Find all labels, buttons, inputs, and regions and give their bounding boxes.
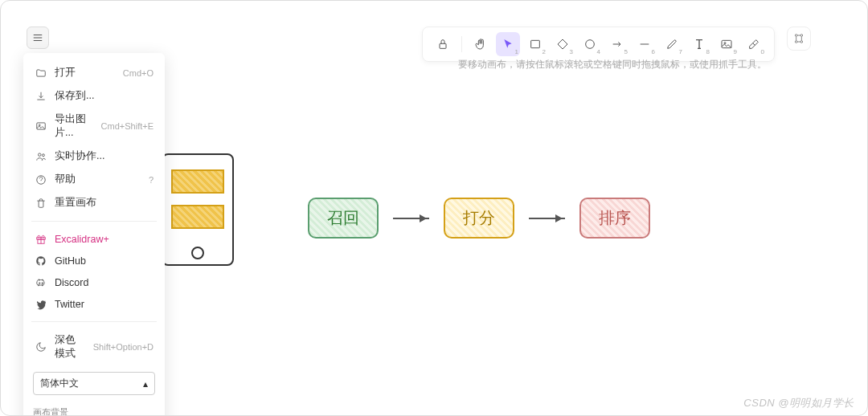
menu-reset[interactable]: 重置画布 — [23, 191, 165, 214]
gift-icon — [35, 233, 47, 245]
menu-save[interactable]: 保存到... — [23, 84, 165, 108]
device-rect-1 — [171, 169, 224, 194]
flow-node-recall[interactable]: 召回 — [308, 198, 379, 239]
language-label: 简体中文 — [40, 377, 79, 390]
moon-icon — [35, 341, 47, 353]
trash-icon — [35, 197, 47, 209]
menu-shortcut: ? — [149, 175, 154, 185]
menu-shortcut: Cmd+Shift+E — [101, 121, 154, 131]
twitter-icon — [35, 298, 47, 310]
flow-node-score[interactable]: 打分 — [444, 198, 514, 239]
menu-excalidraw-plus[interactable]: Excalidraw+ — [23, 228, 165, 250]
main-menu: 打开 Cmd+O 保存到... 导出图片... Cmd+Shift+E 实时协作… — [23, 53, 165, 416]
menu-label: 保存到... — [55, 89, 154, 103]
menu-darkmode[interactable]: 深色模式 Shift+Option+D — [23, 328, 165, 365]
help-icon — [35, 173, 47, 186]
menu-discord[interactable]: Discord — [23, 271, 165, 293]
discord-icon — [35, 276, 47, 288]
menu-help[interactable]: 帮助 ? — [23, 168, 165, 191]
github-icon — [35, 255, 47, 267]
svg-point-8 — [42, 282, 43, 283]
menu-label: 深色模式 — [55, 333, 85, 361]
menu-label: Discord — [55, 277, 154, 288]
menu-label: GitHub — [55, 255, 154, 267]
flow-node-sort[interactable]: 排序 — [579, 198, 650, 239]
menu-label: Twitter — [55, 299, 154, 310]
svg-point-3 — [42, 153, 44, 156]
menu-twitter[interactable]: Twitter — [23, 293, 165, 315]
menu-open[interactable]: 打开 Cmd+O — [23, 61, 165, 84]
image-icon — [35, 120, 47, 133]
menu-shortcut: Cmd+O — [123, 68, 154, 78]
menu-label: 实时协作... — [55, 149, 154, 163]
menu-github[interactable]: GitHub — [23, 250, 165, 271]
device-drawing[interactable] — [162, 153, 234, 266]
download-icon — [35, 90, 47, 102]
svg-point-7 — [39, 282, 39, 283]
menu-label: 打开 — [55, 66, 115, 80]
caret-up-icon: ▴ — [143, 378, 148, 389]
menu-label: 导出图片... — [55, 112, 93, 140]
device-rect-2 — [171, 205, 224, 229]
svg-point-2 — [38, 153, 41, 156]
menu-export[interactable]: 导出图片... Cmd+Shift+E — [23, 108, 165, 145]
language-select[interactable]: 简体中文 ▴ — [33, 372, 155, 395]
arrow-icon — [393, 218, 429, 219]
separator — [31, 221, 157, 222]
users-icon — [35, 150, 47, 162]
bg-section-label: 画布背景 — [23, 402, 165, 416]
folder-icon — [35, 67, 47, 79]
menu-collab[interactable]: 实时协作... — [23, 145, 165, 168]
menu-label: Excalidraw+ — [55, 234, 154, 245]
separator — [31, 321, 157, 322]
menu-label: 重置画布 — [55, 196, 154, 210]
arrow-icon — [529, 218, 565, 219]
menu-label: 帮助 — [55, 173, 141, 186]
menu-shortcut: Shift+Option+D — [93, 342, 154, 352]
flow-diagram[interactable]: 召回 打分 排序 — [308, 198, 650, 239]
hamburger-button[interactable] — [27, 27, 49, 49]
